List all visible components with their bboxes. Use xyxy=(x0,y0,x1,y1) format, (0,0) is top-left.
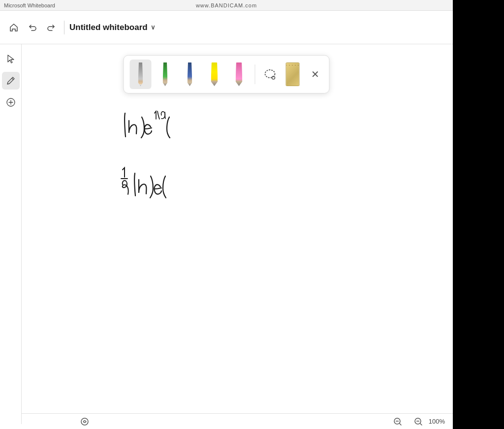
zoom-out-icon xyxy=(393,417,402,426)
app-title-label: Microsoft Whiteboard xyxy=(4,2,55,8)
handwriting-canvas xyxy=(22,44,453,408)
pen-toolbar-divider xyxy=(255,64,255,84)
add-icon xyxy=(6,97,16,107)
zoom-indicator: 100% xyxy=(412,416,445,428)
close-pen-toolbar-button[interactable]: ✕ xyxy=(308,66,323,82)
zoom-minus-icon xyxy=(414,417,423,426)
zoom-controls xyxy=(392,416,404,428)
blue-pen-icon xyxy=(188,62,192,86)
close-icon: ✕ xyxy=(311,68,319,80)
highlighter-pink-item[interactable] xyxy=(228,60,250,89)
undo-button[interactable] xyxy=(25,20,40,35)
svg-point-3 xyxy=(81,418,88,425)
pen-green-item[interactable] xyxy=(155,60,176,89)
bottom-bar: 100% xyxy=(0,413,453,429)
sidebar-select-button[interactable] xyxy=(2,50,20,68)
zoom-out-bottom-button[interactable] xyxy=(392,416,404,428)
pink-highlighter-icon xyxy=(236,62,243,86)
board-title-text: Untitled whiteboard xyxy=(69,23,148,32)
green-pen-icon xyxy=(163,62,168,86)
zoom-level-display: 100% xyxy=(427,418,445,425)
highlighter-yellow-item[interactable] xyxy=(204,60,225,89)
redo-button[interactable] xyxy=(43,20,59,35)
home-button[interactable] xyxy=(6,20,22,35)
lasso-icon xyxy=(263,67,278,82)
gray-pencil-icon xyxy=(138,62,143,86)
sidebar-add-button[interactable] xyxy=(2,93,20,111)
yellow-highlighter-icon xyxy=(211,62,218,86)
ruler-icon xyxy=(286,62,300,86)
pen-toolbar: ✕ xyxy=(124,55,330,93)
math-line2 xyxy=(121,168,166,198)
ruler-item[interactable] xyxy=(283,60,303,89)
pen-blue-item[interactable] xyxy=(179,60,201,89)
header-divider xyxy=(64,21,64,34)
zoom-out-button[interactable] xyxy=(412,416,424,428)
bottom-left-icons xyxy=(79,416,91,428)
pen-gray-item[interactable] xyxy=(130,60,152,89)
select-icon xyxy=(6,54,16,64)
sidebar-pen-button[interactable] xyxy=(2,72,20,90)
canvas-area[interactable] xyxy=(22,44,453,408)
math-line1 xyxy=(125,111,170,138)
board-title[interactable]: Untitled whiteboard ∨ xyxy=(69,23,156,32)
title-chevron-icon: ∨ xyxy=(151,24,156,31)
header-left: Untitled whiteboard ∨ xyxy=(6,20,156,35)
lasso-select-item[interactable] xyxy=(260,62,280,86)
pen-icon xyxy=(6,76,16,86)
bottom-icon-left1[interactable] xyxy=(79,416,91,428)
sidebar xyxy=(0,44,22,424)
bandicam-watermark: www.BANDICAM.com xyxy=(196,2,257,8)
header-bar: Untitled whiteboard ∨ xyxy=(0,11,453,44)
